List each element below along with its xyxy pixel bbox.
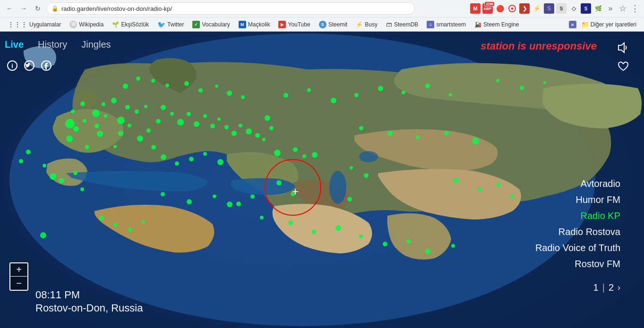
station-radio-rostova[interactable]: Radio Rostova: [535, 224, 620, 240]
radio-dot[interactable]: [194, 121, 199, 127]
radio-dot[interactable]: [350, 166, 353, 169]
radio-dot[interactable]: [510, 194, 514, 198]
radio-dot[interactable]: [189, 157, 194, 161]
radio-dot[interactable]: [156, 119, 161, 124]
radio-dot[interactable]: [83, 119, 86, 123]
steem5-icon[interactable]: S: [581, 3, 591, 14]
radio-dot[interactable]: [224, 125, 229, 129]
star-button[interactable]: ☆: [618, 3, 628, 14]
menu-button[interactable]: ⋮: [630, 3, 640, 14]
steem2-icon[interactable]: S: [544, 3, 554, 14]
radio-dot[interactable]: [496, 79, 499, 82]
gmail-ext-icon[interactable]: M: [470, 3, 481, 14]
wikipedia-bookmark[interactable]: W Wikipedia: [66, 20, 107, 29]
radio-dot[interactable]: [451, 244, 455, 248]
address-bar[interactable]: 🔒 radio.garden/live/rostov-on-don/radio-…: [46, 2, 415, 15]
radio-dot[interactable]: [85, 145, 89, 149]
radio-dot[interactable]: [283, 93, 288, 98]
facebook-share-icon[interactable]: [41, 60, 52, 71]
radio-dot[interactable]: [177, 119, 184, 126]
radio-dot[interactable]: [347, 197, 352, 202]
radio-dot[interactable]: [97, 131, 103, 137]
radio-dot[interactable]: [312, 152, 318, 158]
steemdb-bookmark[interactable]: 🗃 SteemDB: [382, 20, 422, 29]
zoom-in-button[interactable]: +: [10, 263, 27, 277]
radio-dot[interactable]: [128, 124, 131, 127]
radio-dot[interactable]: [331, 98, 336, 103]
lastpass-icon[interactable]: ❯: [519, 3, 530, 14]
radio-dot[interactable]: [125, 105, 130, 109]
page-1-link[interactable]: 1: [593, 282, 599, 293]
tab-history[interactable]: History: [38, 39, 67, 50]
radio-dot[interactable]: [43, 164, 46, 168]
steemit-bookmark[interactable]: S Steemit: [315, 20, 352, 29]
radio-dot[interactable]: [239, 124, 242, 127]
radio-dot[interactable]: [472, 138, 479, 144]
radio-dot[interactable]: [203, 114, 207, 118]
radio-dot[interactable]: [406, 239, 411, 244]
radio-dot[interactable]: [73, 171, 77, 175]
radio-dot[interactable]: [307, 88, 311, 92]
smartsteem-bookmark[interactable]: ☺ smartsteem: [423, 20, 470, 29]
youtube-bookmark[interactable]: ▶ YouTube: [275, 20, 314, 29]
radio-dot[interactable]: [161, 192, 165, 196]
radio-dot[interactable]: [117, 117, 125, 124]
radio-dot[interactable]: [227, 91, 232, 96]
steem6-icon[interactable]: 🌿: [593, 3, 603, 14]
radio-dot[interactable]: [383, 242, 387, 246]
radio-dot[interactable]: [217, 118, 221, 121]
next-page-arrow[interactable]: ›: [618, 283, 620, 293]
radio-dot[interactable]: [102, 102, 105, 106]
radio-dot[interactable]: [203, 152, 207, 156]
radio-dot[interactable]: [215, 84, 218, 88]
radio-dot[interactable]: [246, 128, 252, 135]
ext3-icon[interactable]: 🔴: [495, 3, 505, 14]
twitter-share-icon[interactable]: [24, 60, 35, 71]
radio-dot[interactable]: [425, 84, 430, 88]
radio-dot[interactable]: [416, 135, 420, 139]
radio-dot[interactable]: [151, 145, 156, 150]
radio-dot[interactable]: [80, 187, 84, 191]
radio-dot[interactable]: [359, 235, 363, 238]
radio-dot[interactable]: [236, 202, 241, 206]
radio-dot[interactable]: [123, 84, 128, 89]
back-button[interactable]: ←: [4, 3, 15, 14]
station-avtoradio[interactable]: Avtoradio: [535, 176, 620, 192]
radio-dot[interactable]: [444, 131, 449, 135]
radio-dot[interactable]: [144, 105, 147, 108]
radio-dot[interactable]: [293, 147, 298, 152]
station-humor-fm[interactable]: Humor FM: [535, 192, 620, 208]
radio-dot[interactable]: [288, 220, 293, 225]
twitter-bookmark[interactable]: 🐦 Twitter: [154, 20, 188, 29]
radio-dot[interactable]: [520, 86, 524, 90]
radio-dot[interactable]: [477, 187, 481, 192]
page-2-link[interactable]: 2: [609, 282, 614, 293]
radio-dot[interactable]: [146, 128, 151, 133]
steem1-icon[interactable]: ⚡: [532, 3, 542, 14]
radio-dot[interactable]: [136, 76, 140, 81]
radio-dot[interactable]: [269, 126, 274, 130]
radio-dot[interactable]: [335, 225, 341, 231]
radio-dot[interactable]: [165, 84, 169, 87]
radio-dot[interactable]: [161, 154, 166, 160]
refresh-button[interactable]: ↻: [32, 3, 43, 14]
busy-bookmark[interactable]: ⚡ Busy: [352, 20, 381, 29]
radio-dot[interactable]: [250, 194, 255, 199]
radio-dot[interactable]: [449, 93, 452, 96]
radio-dot[interactable]: [175, 161, 179, 166]
radio-dot[interactable]: [94, 124, 99, 128]
abp-ext-icon[interactable]: ABP 2296: [482, 3, 493, 14]
more-bookmarks-btn[interactable]: »: [569, 21, 576, 28]
radio-dot[interactable]: [113, 223, 117, 227]
steem3-icon[interactable]: S: [556, 3, 567, 14]
radio-dot[interactable]: [66, 135, 73, 142]
sound-icon[interactable]: [617, 41, 630, 57]
radio-dot[interactable]: [59, 178, 64, 183]
tab-live[interactable]: Live: [5, 39, 24, 50]
radio-dot[interactable]: [232, 131, 237, 136]
radio-dot[interactable]: [210, 124, 215, 128]
globe-map[interactable]: + Live History Jingles i: [0, 32, 644, 328]
steem4-icon[interactable]: ◇: [568, 3, 579, 14]
radio-dot[interactable]: [260, 216, 264, 219]
radio-dot[interactable]: [92, 109, 100, 117]
